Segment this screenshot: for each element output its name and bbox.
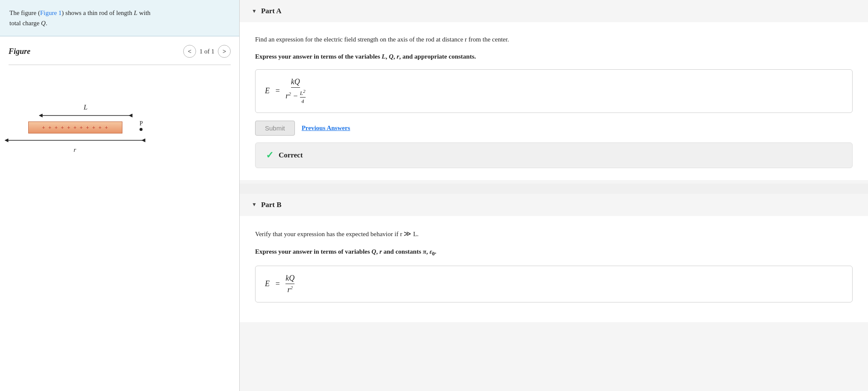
- correct-text: Correct: [279, 151, 303, 160]
- problem-text-3: with: [137, 9, 150, 16]
- r-diagram-label: r: [4, 146, 146, 154]
- part-a-btn-row: Submit Previous Answers: [255, 121, 853, 136]
- part-b-fraction: kQ r2: [285, 274, 294, 294]
- L-variable: L: [134, 9, 137, 16]
- L-arrow-svg: [39, 112, 133, 119]
- figure-header: Figure < 1 of 1 >: [9, 45, 231, 58]
- figure-link[interactable]: Figure 1: [40, 9, 62, 16]
- Q-variable: Q: [41, 20, 46, 27]
- rod-plus-signs: + + + + + + + + + + +: [42, 124, 109, 131]
- part-b-equals: =: [273, 279, 282, 288]
- part-a-sub-fraction: L24: [300, 89, 306, 105]
- P-dot: [140, 128, 143, 131]
- part-a-question: Find an expression for the electric fiel…: [255, 34, 853, 45]
- part-a-body: Find an expression for the electric fiel…: [240, 22, 868, 180]
- part-b-E: E: [265, 279, 270, 288]
- part-a-formula: E = kQ r2 − L24: [265, 77, 306, 105]
- figure-next-button[interactable]: >: [218, 45, 231, 58]
- rod-row: + + + + + + + + + + + P: [28, 121, 143, 133]
- submit-button[interactable]: Submit: [255, 121, 295, 136]
- part-a-express: Express your answer in terms of the vari…: [255, 51, 853, 62]
- part-a-E-equals: E: [265, 86, 270, 95]
- part-a-fraction: kQ r2 − L24: [285, 77, 305, 105]
- part-b-question: Verify that your expression has the expe…: [255, 228, 853, 240]
- left-panel: The figure (Figure 1) shows a thin rod o…: [0, 0, 240, 391]
- part-b-denominator: r2: [287, 284, 293, 294]
- part-b-header[interactable]: ▼ Part B: [240, 194, 868, 216]
- part-b-express: Express your answer in terms of variable…: [255, 246, 853, 258]
- part-b-numerator: kQ: [285, 274, 294, 284]
- problem-text-1: The figure (: [9, 9, 40, 16]
- P-label: P: [140, 120, 143, 127]
- figure-title: Figure: [9, 47, 30, 56]
- part-a-numerator: kQ: [291, 77, 300, 88]
- figure-section: Figure < 1 of 1 > L: [0, 36, 239, 391]
- previous-answers-link[interactable]: Previous Answers: [302, 124, 350, 132]
- total-charge-label: total charge: [9, 20, 41, 27]
- L-diagram-label: L: [39, 104, 133, 111]
- part-b-q1: Verify that your expression has the expe…: [255, 231, 404, 237]
- figure-divider: [9, 65, 231, 65]
- part-b-q2: L.: [411, 231, 419, 237]
- period: .: [46, 20, 48, 27]
- part-b-body: Verify that your expression has the expe…: [240, 216, 868, 322]
- problem-text-2: ) shows a thin rod of length: [62, 9, 134, 16]
- figure-prev-button[interactable]: <: [183, 45, 196, 58]
- correct-banner: ✓ Correct: [255, 142, 853, 168]
- correct-checkmark: ✓: [266, 150, 273, 161]
- part-a-denominator: r2 − L24: [285, 88, 305, 105]
- rod-box: + + + + + + + + + + +: [28, 121, 122, 133]
- part-b-title: Part B: [261, 201, 282, 209]
- part-b-section: ▼ Part B Verify that your expression has…: [240, 184, 868, 322]
- right-panel: ▼ Part A Find an expression for the elec…: [240, 0, 868, 391]
- rod-diagram: L + + + + + + + + + + +: [26, 104, 146, 154]
- part-a-triangle: ▼: [252, 8, 257, 15]
- part-b-triangle: ▼: [252, 201, 257, 208]
- part-b-answer-box: E = kQ r2: [255, 266, 853, 302]
- r-arrow-svg: [4, 136, 146, 145]
- part-a-header[interactable]: ▼ Part A: [240, 0, 868, 22]
- problem-description: The figure (Figure 1) shows a thin rod o…: [0, 0, 239, 36]
- part-b-formula: E = kQ r2: [265, 274, 294, 294]
- point-P: P: [140, 120, 143, 131]
- part-a-title: Part A: [261, 7, 282, 15]
- part-a-equals: =: [273, 86, 282, 95]
- figure-navigation: < 1 of 1 >: [183, 45, 231, 58]
- part-b-den-exp: 2: [290, 285, 293, 290]
- part-a-section: ▼ Part A Find an expression for the elec…: [240, 0, 868, 180]
- figure-page-label: 1 of 1: [199, 48, 214, 55]
- part-a-answer-box: E = kQ r2 − L24: [255, 69, 853, 113]
- part-b-gg: ≫: [404, 230, 411, 238]
